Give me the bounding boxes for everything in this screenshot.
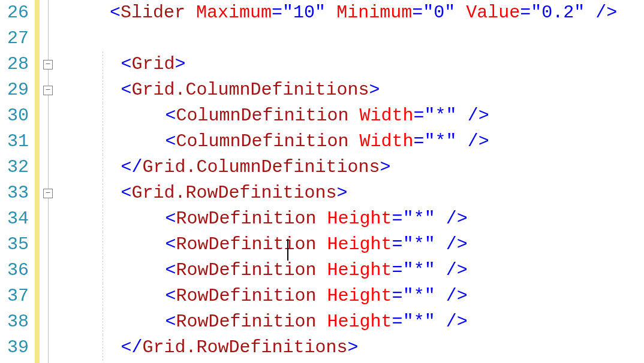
line-number: 33 <box>0 180 29 206</box>
token-value: "*" <box>403 234 435 255</box>
line-number: 34 <box>0 206 29 232</box>
token-bracket: </ <box>121 157 143 177</box>
line-number: 28 <box>0 52 29 77</box>
token-text <box>317 260 327 280</box>
token-punct: = <box>392 234 403 255</box>
token-bracket: /> <box>585 2 617 23</box>
line-number: 37 <box>0 283 29 309</box>
token-bracket: < <box>165 131 176 152</box>
token-tag: RowDefinition <box>176 286 317 306</box>
token-bracket: /> <box>457 105 489 126</box>
token-bracket: < <box>165 234 176 255</box>
token-text <box>317 286 327 306</box>
fold-toggle[interactable]: − <box>43 60 53 69</box>
token-value: "*" <box>403 260 435 280</box>
token-tag: Grid <box>132 54 175 74</box>
text-cursor <box>287 239 288 261</box>
token-bracket: > <box>175 54 186 74</box>
code-line[interactable]: <ColumnDefinition Width="*" /> <box>58 129 644 155</box>
token-value: "*" <box>425 131 457 152</box>
line-number: 26 <box>0 0 29 26</box>
token-tag: RowDefinition <box>176 208 317 229</box>
indent-guide <box>103 232 103 258</box>
token-value: "*" <box>403 311 435 332</box>
token-bracket: < <box>121 54 132 74</box>
line-number: 29 <box>0 77 29 103</box>
token-bracket: < <box>165 105 176 126</box>
token-text <box>326 2 336 23</box>
indent-guide <box>103 52 103 77</box>
token-tag: RowDefinition <box>176 234 317 255</box>
token-value: "*" <box>403 286 435 306</box>
fold-toggle[interactable]: − <box>43 86 53 95</box>
token-bracket: /> <box>435 311 468 332</box>
token-punct: = <box>392 208 403 229</box>
token-tag: Slider <box>121 2 185 23</box>
token-punct: = <box>414 105 425 126</box>
code-line[interactable]: </Grid.ColumnDefinitions> <box>58 155 644 180</box>
token-bracket: </ <box>121 337 143 358</box>
token-attr: Value <box>466 2 520 23</box>
token-punct: = <box>272 2 282 23</box>
line-number: 27 <box>0 26 29 52</box>
token-text <box>349 105 360 126</box>
token-value: "*" <box>403 208 435 229</box>
code-line[interactable] <box>58 26 644 52</box>
token-text <box>349 131 360 152</box>
line-number: 38 <box>0 309 29 335</box>
token-attr: Maximum <box>196 2 272 23</box>
token-punct: = <box>392 311 403 332</box>
token-text <box>185 2 196 23</box>
token-bracket: < <box>165 311 176 332</box>
indent-guide <box>103 155 103 180</box>
token-bracket: > <box>348 337 359 358</box>
indent-guide <box>103 129 103 155</box>
token-attr: Width <box>360 131 414 152</box>
token-attr: Width <box>360 105 414 126</box>
code-line[interactable]: <Grid.ColumnDefinitions> <box>58 77 644 103</box>
fold-toggle[interactable]: − <box>43 189 53 198</box>
token-punct: = <box>392 286 403 306</box>
token-tag: Grid.RowDefinitions <box>132 183 337 203</box>
code-line[interactable]: <RowDefinition Height="*" /> <box>58 309 644 335</box>
token-tag: RowDefinition <box>176 260 317 280</box>
token-value: "10" <box>282 2 326 23</box>
indent-guide <box>103 283 103 309</box>
code-area[interactable]: <Slider Maximum="10" Minimum="0" Value="… <box>58 0 644 363</box>
line-number: 39 <box>0 335 29 361</box>
code-line[interactable]: <RowDefinition Height="*" /> <box>58 283 644 309</box>
indent-guide <box>103 258 103 283</box>
token-bracket: < <box>165 208 176 229</box>
line-number: 30 <box>0 103 29 129</box>
token-punct: = <box>414 131 425 152</box>
code-line[interactable]: <RowDefinition Height="*" /> <box>58 232 644 258</box>
token-bracket: > <box>380 157 391 177</box>
token-tag: Grid.RowDefinitions <box>143 337 348 358</box>
token-value: "0.2" <box>531 2 585 23</box>
token-text <box>317 208 327 229</box>
code-line[interactable]: <RowDefinition Height="*" /> <box>58 206 644 232</box>
token-bracket: /> <box>435 234 468 255</box>
token-value: "0" <box>423 2 455 23</box>
change-indicator-bar <box>35 0 40 363</box>
code-line[interactable]: <ColumnDefinition Width="*" /> <box>58 103 644 129</box>
token-bracket: < <box>165 286 176 306</box>
indent-guide <box>103 77 103 103</box>
token-tag: RowDefinition <box>176 311 317 332</box>
code-line[interactable]: <Slider Maximum="10" Minimum="0" Value="… <box>58 0 644 26</box>
code-line[interactable]: <Grid> <box>58 52 644 77</box>
line-number-gutter: 2627282930313233343536373839 <box>0 0 35 363</box>
token-tag: Grid.ColumnDefinitions <box>143 157 380 177</box>
code-editor[interactable]: 2627282930313233343536373839 −−− <Slider… <box>0 0 644 363</box>
code-line[interactable]: <RowDefinition Height="*" /> <box>58 258 644 283</box>
code-line[interactable]: <Grid.RowDefinitions> <box>58 180 644 206</box>
code-line[interactable]: </Grid.RowDefinitions> <box>58 335 644 361</box>
token-text <box>317 234 327 255</box>
indent-guide <box>103 335 103 361</box>
line-number: 32 <box>0 155 29 180</box>
token-attr: Minimum <box>336 2 412 23</box>
token-bracket: /> <box>435 260 468 280</box>
line-number: 35 <box>0 232 29 258</box>
token-bracket: /> <box>435 286 468 306</box>
token-punct: = <box>412 2 423 23</box>
